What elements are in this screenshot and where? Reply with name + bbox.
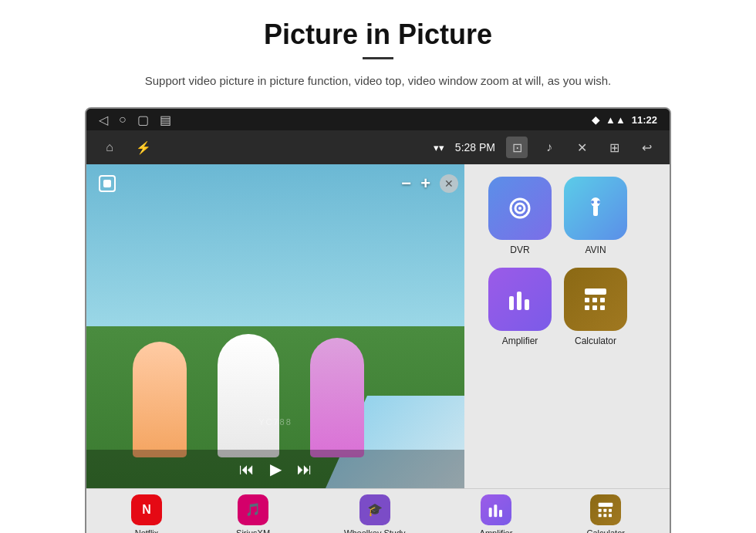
wheelkey-bottom-label: Wheelkey Study (344, 528, 405, 534)
pip-container: − + ✕ ⏮ ▶ ⏭ YC788 (86, 164, 464, 488)
svg-point-6 (597, 201, 600, 204)
app-row-2: Amplifier (454, 268, 662, 346)
pip-maximize-button[interactable]: + (420, 174, 430, 194)
calculator-bottom-label: Calculator (586, 528, 625, 534)
pip-top-controls: − + ✕ (401, 174, 458, 194)
svg-rect-26 (609, 514, 612, 517)
status-bar: ◆ ▲▲ 11:22 (86, 109, 670, 130)
svg-rect-17 (489, 508, 492, 517)
bottom-app-siriusxm[interactable]: 🎵 SiriusXM (236, 494, 270, 534)
bottom-app-netflix[interactable]: N Netflix (131, 494, 162, 534)
usb-icon[interactable]: ⚡ (133, 137, 154, 158)
siriusxm-bottom-label: SiriusXM (236, 528, 270, 534)
svg-rect-21 (599, 508, 602, 511)
camera-icon[interactable]: ⊡ (506, 137, 528, 158)
bottom-app-amplifier[interactable]: Amplifier (480, 494, 513, 534)
avin-icon (564, 177, 627, 240)
title-divider (363, 57, 393, 59)
action-bar-right: ▾▾ 5:28 PM ⊡ ♪ ✕ ⊞ ↩ (434, 137, 657, 158)
fast-forward-button[interactable]: ⏭ (297, 460, 312, 478)
siriusxm-bottom-icon: 🎵 (238, 494, 268, 525)
page-subtitle: Support video picture in picture functio… (145, 72, 611, 90)
action-bar-left: ⌂ ⚡ (99, 137, 154, 158)
app-avin[interactable]: AVIN (564, 177, 627, 255)
person-3 (310, 338, 364, 457)
calculator-bottom-icon (590, 494, 621, 525)
pip-minimize-button[interactable]: − (401, 174, 411, 194)
bottom-app-wheelkey[interactable]: 🎓 Wheelkey Study (344, 494, 405, 534)
bottom-app-calculator[interactable]: Calculator (586, 494, 625, 534)
wheelkey-bottom-icon: 🎓 (359, 494, 390, 525)
svg-point-2 (518, 207, 521, 210)
svg-rect-4 (593, 205, 598, 216)
netflix-bottom-icon: N (131, 494, 162, 525)
device-frame: ◆ ▲▲ 11:22 ⌂ ⚡ ▾▾ 5:28 PM ⊡ ♪ ✕ ⊞ ↩ (85, 107, 671, 533)
play-button[interactable]: ▶ (270, 460, 282, 478)
pip-controls-overlay: − + ✕ (93, 170, 464, 197)
app-amplifier[interactable]: Amplifier (488, 268, 552, 346)
status-bar-right: ◆ ▲▲ 11:22 (592, 114, 657, 126)
page-title: Picture in Picture (264, 19, 492, 51)
action-bar-time: 5:28 PM (455, 141, 495, 153)
pip-record-inner (103, 180, 111, 187)
pip-icon[interactable]: ⊞ (603, 137, 625, 158)
status-time: 11:22 (632, 114, 657, 126)
volume-icon[interactable]: ♪ (538, 137, 560, 158)
svg-rect-8 (517, 292, 521, 310)
pip-playback-controls: ⏮ ▶ ⏭ (86, 450, 464, 488)
person-1 (133, 342, 187, 457)
pip-close-button[interactable]: ✕ (440, 174, 458, 193)
app-row-1: DVR AVIN (454, 177, 662, 255)
svg-rect-13 (600, 298, 605, 302)
dvr-label: DVR (510, 245, 529, 255)
svg-rect-25 (604, 514, 607, 517)
undo-icon[interactable]: ↩ (636, 137, 657, 158)
svg-rect-10 (585, 288, 606, 295)
svg-rect-23 (609, 508, 612, 511)
back-arrow-icon[interactable] (99, 113, 108, 127)
app-calculator[interactable]: Calculator (564, 268, 627, 346)
location-icon: ◆ (592, 114, 599, 126)
main-content: − + ✕ ⏮ ▶ ⏭ YC788 (86, 164, 670, 488)
status-bar-left (99, 113, 171, 127)
svg-rect-12 (592, 298, 597, 302)
dvr-icon (488, 177, 552, 240)
recents-square-icon[interactable] (137, 113, 149, 127)
home-icon[interactable]: ⌂ (99, 137, 120, 158)
svg-rect-18 (494, 504, 497, 517)
page-wrapper: Picture in Picture Support video picture… (0, 0, 756, 533)
avin-label: AVIN (585, 245, 606, 255)
pip-record-indicator (99, 175, 116, 192)
svg-rect-22 (604, 508, 607, 511)
svg-rect-16 (600, 305, 605, 310)
svg-rect-24 (599, 514, 602, 517)
svg-rect-11 (585, 298, 589, 302)
svg-rect-19 (499, 510, 502, 517)
home-circle-icon[interactable] (119, 113, 127, 127)
svg-rect-20 (599, 502, 613, 506)
amplifier-bottom-icon (481, 494, 511, 525)
calculator-label: Calculator (575, 336, 616, 346)
svg-point-5 (591, 201, 594, 204)
people-scene (86, 164, 464, 488)
recent-icon[interactable] (160, 113, 171, 127)
calculator-icon (564, 268, 627, 331)
pip-video: − + ✕ ⏮ ▶ ⏭ YC788 (86, 164, 464, 488)
amplifier-bottom-label: Amplifier (480, 528, 513, 534)
rewind-button[interactable]: ⏮ (239, 460, 255, 478)
signal-icon: ▲▲ (606, 114, 626, 126)
netflix-bottom-label: Netflix (135, 528, 159, 534)
person-2 (218, 334, 279, 457)
close-icon[interactable]: ✕ (571, 137, 592, 158)
bottom-bar: N Netflix 🎵 SiriusXM 🎓 Wheelkey Study (86, 488, 670, 533)
app-dvr[interactable]: DVR (488, 177, 552, 255)
svg-rect-9 (525, 299, 529, 310)
action-bar: ⌂ ⚡ ▾▾ 5:28 PM ⊡ ♪ ✕ ⊞ ↩ (86, 130, 670, 164)
watermark: YC788 (258, 417, 292, 427)
amplifier-label: Amplifier (502, 336, 538, 346)
wifi-icon: ▾▾ (434, 142, 444, 153)
svg-rect-15 (592, 305, 597, 310)
app-grid-area: DVR AVIN (446, 164, 670, 488)
svg-rect-14 (585, 305, 589, 310)
amplifier-icon (488, 268, 552, 331)
